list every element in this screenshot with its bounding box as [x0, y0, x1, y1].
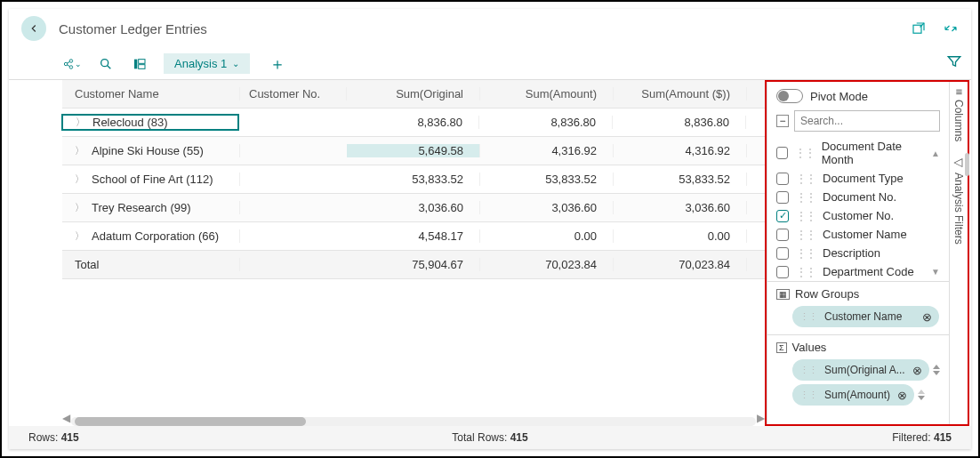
cell-c3[interactable]: 3,036.60	[614, 201, 747, 214]
pivot-mode-toggle[interactable]	[776, 89, 803, 103]
column-item[interactable]: ⋮⋮Document Type	[767, 169, 949, 188]
filter-icon[interactable]	[946, 53, 962, 72]
row-name: Trey Research (99)	[92, 201, 191, 214]
search-icon[interactable]	[96, 54, 116, 74]
checkbox[interactable]	[776, 229, 789, 241]
col-header-c2[interactable]: Sum(Amount)	[480, 87, 614, 100]
cell-c3[interactable]: 8,836.80	[613, 116, 746, 129]
share-menu-icon[interactable]: ⌄	[62, 54, 82, 74]
collapse-all-icon[interactable]: −	[776, 115, 789, 127]
column-item[interactable]: ⋮⋮Customer Name	[767, 225, 949, 244]
expand-icon[interactable]: 〉	[75, 144, 84, 157]
add-tab-button[interactable]: ＋	[269, 53, 285, 75]
cell-c2[interactable]: 3,036.60	[480, 201, 614, 214]
cell-c2[interactable]: 8,836.80	[479, 116, 613, 129]
col-header-c1[interactable]: Sum(Original	[347, 87, 480, 100]
table-row[interactable]: 〉Relecloud (83)8,836.808,836.808,836.80	[62, 108, 765, 137]
cell-c3[interactable]: 4,316.92	[614, 144, 747, 157]
col-header-name[interactable]: Customer Name	[62, 87, 240, 100]
column-item-label: Document Type	[823, 172, 904, 185]
cell-c3[interactable]: 53,833.52	[614, 173, 747, 186]
cell-c1[interactable]: 8,836.80	[346, 116, 479, 129]
page-title: Customer Ledger Entries	[59, 21, 207, 36]
checkbox[interactable]	[776, 173, 789, 185]
checkbox[interactable]	[776, 266, 789, 278]
col-header-c3[interactable]: Sum(Amount ($))	[614, 87, 747, 100]
expand-icon[interactable]: 〉	[75, 229, 84, 243]
drag-handle-icon[interactable]: ⋮⋮	[796, 247, 815, 260]
column-item-label: Document Date Month	[822, 140, 924, 166]
move-up-icon[interactable]	[918, 390, 925, 394]
vtab-columns[interactable]: ≡Columns	[952, 89, 966, 141]
column-item[interactable]: ⋮⋮Document No.	[767, 188, 949, 206]
move-down-icon[interactable]	[933, 371, 940, 375]
back-button[interactable]	[21, 16, 46, 41]
column-item[interactable]: ⋮⋮Document Date Month▲	[767, 137, 949, 169]
remove-icon[interactable]: ⊗	[922, 310, 932, 324]
vtab-filters-label: Analysis Filters	[952, 173, 965, 245]
values-header[interactable]: Σ Values	[776, 341, 940, 354]
drag-handle-icon[interactable]: ⋮⋮	[799, 390, 817, 401]
move-up-icon[interactable]	[933, 365, 940, 369]
svg-rect-7	[139, 64, 145, 68]
layout-icon[interactable]	[130, 54, 149, 74]
row-group-pill[interactable]: ⋮⋮ Customer Name ⊗	[792, 306, 939, 327]
share-icon[interactable]	[911, 20, 927, 36]
svg-rect-5	[134, 59, 137, 68]
drag-handle-icon[interactable]: ⋮⋮	[796, 229, 815, 241]
checkbox[interactable]	[776, 191, 789, 204]
table-row[interactable]: 〉Alpine Ski House (55)5,649.584,316.924,…	[62, 137, 765, 165]
cell-c3[interactable]: 0.00	[614, 229, 747, 243]
row-groups-header[interactable]: ▦ Row Groups	[776, 287, 940, 301]
column-item[interactable]: ⋮⋮Description	[767, 244, 949, 262]
column-item[interactable]: ⋮⋮Department Code▼	[767, 262, 949, 281]
table-row[interactable]: 〉School of Fine Art (112)53,833.5253,833…	[62, 165, 765, 194]
row-name: School of Fine Art (112)	[92, 173, 213, 186]
remove-icon[interactable]: ⊗	[897, 389, 907, 402]
drag-handle-icon[interactable]: ⋮⋮	[795, 147, 815, 159]
table-row[interactable]: 〉Adatum Corporation (66)4,548.170.000.00	[62, 222, 765, 251]
horizontal-scrollbar[interactable]: ◀ ▶	[62, 414, 765, 426]
move-down-icon[interactable]	[918, 396, 925, 400]
analysis-tab[interactable]: Analysis 1 ⌄	[164, 53, 250, 74]
columns-panel: Pivot Mode − ⋮⋮Document Date Month▲⋮⋮Doc…	[767, 82, 949, 424]
table-row[interactable]: 〉Trey Research (99)3,036.603,036.603,036…	[62, 194, 765, 222]
value-pill[interactable]: ⋮⋮Sum(Amount)⊗	[792, 384, 914, 406]
cell-c2[interactable]: 0.00	[480, 229, 614, 243]
column-item-label: Description	[823, 246, 880, 260]
column-item-label: Department Code	[823, 265, 914, 278]
row-group-label: Customer Name	[824, 310, 915, 323]
cell-c1[interactable]: 5,649.58	[347, 144, 480, 157]
drag-handle-icon[interactable]: ⋮⋮	[796, 191, 815, 204]
drag-handle-icon[interactable]: ⋮⋮	[799, 311, 817, 323]
cell-c2[interactable]: 53,833.52	[480, 173, 614, 186]
drag-handle-icon[interactable]: ⋮⋮	[796, 173, 815, 185]
grid-total-row: Total 75,904.67 70,023.84 70,023.84	[62, 251, 765, 279]
value-pill[interactable]: ⋮⋮Sum(Original A...⊗	[792, 359, 929, 381]
row-name: Adatum Corporation (66)	[92, 229, 219, 243]
panel-scrollbar[interactable]	[965, 153, 969, 176]
checkbox[interactable]: ✓	[776, 210, 789, 222]
cell-c1[interactable]: 4,548.17	[347, 229, 480, 243]
expand-icon[interactable]: 〉	[75, 173, 84, 186]
column-item[interactable]: ✓⋮⋮Customer No.	[767, 206, 949, 225]
drag-handle-icon[interactable]: ⋮⋮	[796, 210, 815, 222]
remove-icon[interactable]: ⊗	[912, 364, 922, 377]
grid-header: Customer Name Customer No. Sum(Original …	[62, 80, 765, 108]
checkbox[interactable]	[776, 247, 789, 260]
collapse-icon[interactable]	[943, 20, 959, 36]
vtab-filters[interactable]: ▽Analysis Filters	[952, 156, 966, 245]
expand-icon[interactable]: 〉	[76, 116, 85, 129]
column-search-input[interactable]	[794, 110, 940, 132]
checkbox[interactable]	[776, 147, 788, 159]
total-label: Total	[62, 258, 240, 271]
drag-handle-icon[interactable]: ⋮⋮	[796, 266, 815, 278]
svg-point-1	[64, 62, 68, 66]
col-header-custno[interactable]: Customer No.	[240, 87, 347, 100]
cell-c1[interactable]: 3,036.60	[347, 201, 480, 214]
expand-icon[interactable]: 〉	[75, 201, 84, 214]
pivot-mode-label: Pivot Mode	[810, 90, 868, 103]
drag-handle-icon[interactable]: ⋮⋮	[799, 365, 817, 376]
cell-c2[interactable]: 4,316.92	[480, 144, 614, 157]
cell-c1[interactable]: 53,833.52	[347, 173, 480, 186]
